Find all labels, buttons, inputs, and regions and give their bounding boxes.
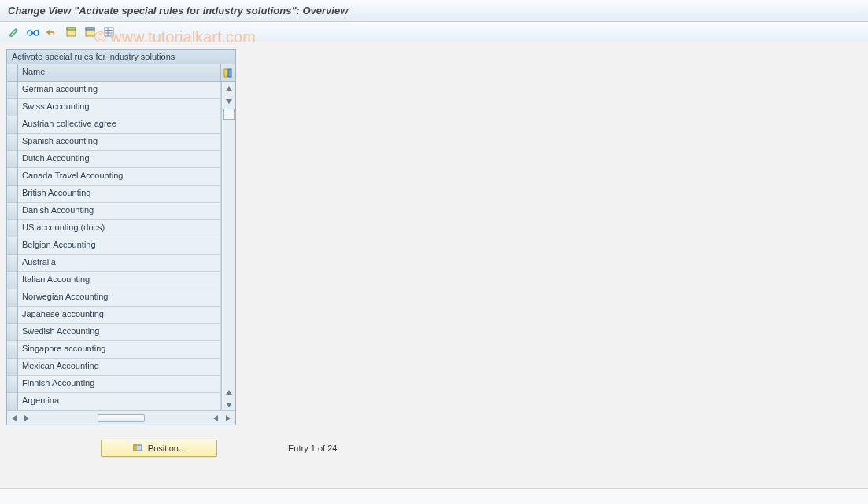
scroll-up-arrow-icon[interactable] <box>223 83 235 94</box>
row-selector[interactable] <box>7 134 18 151</box>
row-selector[interactable] <box>7 307 18 324</box>
table-row[interactable]: Belgian Accounting <box>7 237 221 255</box>
position-icon <box>132 443 143 454</box>
svg-rect-10 <box>224 69 227 77</box>
scroll-thumb-top[interactable] <box>223 109 235 120</box>
row-selector[interactable] <box>7 237 18 255</box>
cell-name[interactable]: Norwegian Accounting <box>18 289 221 307</box>
configure-columns-icon[interactable] <box>221 64 235 82</box>
application-toolbar <box>0 22 868 42</box>
scroll-down-arrow-bottom-icon[interactable] <box>223 399 235 410</box>
select-all-column-header[interactable] <box>7 64 18 82</box>
cell-name[interactable]: Japanese accounting <box>18 307 221 324</box>
page-title: Change View "Activate special rules for … <box>8 5 348 17</box>
footer-row: Position... Entry 1 of 24 <box>6 440 862 457</box>
row-selector[interactable] <box>7 82 18 99</box>
svg-rect-5 <box>86 28 94 30</box>
table-row[interactable]: Norwegian Accounting <box>7 289 221 307</box>
table-title: Activate special rules for industry solu… <box>7 50 235 64</box>
table-row[interactable]: German accounting <box>7 82 221 99</box>
cell-name[interactable]: Belgian Accounting <box>18 237 221 255</box>
row-selector[interactable] <box>7 255 18 272</box>
cell-name[interactable]: Singapore accounting <box>18 341 221 359</box>
cell-name[interactable]: Mexican Accounting <box>18 359 221 376</box>
row-selector[interactable] <box>7 393 18 410</box>
vertical-scrollbar[interactable] <box>221 82 235 410</box>
table-row[interactable]: Spanish accounting <box>7 134 221 151</box>
table-row[interactable]: Dutch Accounting <box>7 151 221 168</box>
table-row[interactable]: Japanese accounting <box>7 307 221 324</box>
cell-name[interactable]: Swedish Accounting <box>18 324 221 341</box>
row-selector[interactable] <box>7 289 18 307</box>
cell-name[interactable]: Swiss Accounting <box>18 99 221 116</box>
title-bar: Change View "Activate special rules for … <box>0 0 868 22</box>
table-container: Activate special rules for industry solu… <box>6 49 236 425</box>
hscroll-right-icon[interactable] <box>21 413 32 424</box>
table-row[interactable]: Argentina <box>7 393 221 410</box>
scroll-down-arrow-icon[interactable] <box>223 96 235 107</box>
row-selector[interactable] <box>7 324 18 341</box>
svg-rect-13 <box>134 445 136 451</box>
hscroll-right-end-icon[interactable] <box>223 413 234 424</box>
select-all-icon[interactable] <box>63 24 79 40</box>
table-row[interactable]: Austrian collective agree <box>7 116 221 134</box>
change-icon[interactable] <box>6 24 22 40</box>
table-row[interactable]: British Accounting <box>7 186 221 203</box>
row-selector[interactable] <box>7 341 18 359</box>
table-row[interactable]: Australia <box>7 255 221 272</box>
table-settings-icon[interactable] <box>101 24 116 40</box>
row-selector[interactable] <box>7 376 18 393</box>
horizontal-scrollbar[interactable] <box>7 410 235 425</box>
cell-name[interactable]: Canada Travel Accounting <box>18 168 221 186</box>
table-row[interactable]: Mexican Accounting <box>7 359 221 376</box>
position-button-label: Position... <box>148 443 186 453</box>
table-header-row: Name <box>7 64 235 82</box>
table-row[interactable]: Canada Travel Accounting <box>7 168 221 186</box>
table-row[interactable]: Singapore accounting <box>7 341 221 359</box>
table-row[interactable]: Swiss Accounting <box>7 99 221 116</box>
row-selector[interactable] <box>7 186 18 203</box>
row-selector[interactable] <box>7 359 18 376</box>
table-row[interactable]: Danish Accounting <box>7 203 221 220</box>
hscroll-left-icon[interactable] <box>9 413 20 424</box>
cell-name[interactable]: British Accounting <box>18 186 221 203</box>
table-row[interactable]: Finnish Accounting <box>7 376 221 393</box>
cell-name[interactable]: Dutch Accounting <box>18 151 221 168</box>
row-selector[interactable] <box>7 151 18 168</box>
cell-name[interactable]: Austrian collective agree <box>18 116 221 134</box>
cell-name[interactable]: Argentina <box>18 393 221 410</box>
row-selector[interactable] <box>7 220 18 237</box>
row-selector[interactable] <box>7 168 18 186</box>
cell-name[interactable]: Spanish accounting <box>18 134 221 151</box>
status-bar <box>0 488 868 504</box>
column-header-name[interactable]: Name <box>18 64 221 82</box>
row-selector[interactable] <box>7 99 18 116</box>
scroll-up-arrow-bottom-icon[interactable] <box>223 387 235 398</box>
table-row[interactable]: Swedish Accounting <box>7 324 221 341</box>
cell-name[interactable]: Italian Accounting <box>18 272 221 289</box>
table-row[interactable]: Italian Accounting <box>7 272 221 289</box>
table-body: German accountingSwiss AccountingAustria… <box>7 82 221 410</box>
hscroll-left-end-icon[interactable] <box>210 413 221 424</box>
entry-counter: Entry 1 of 24 <box>288 443 337 453</box>
cell-name[interactable]: German accounting <box>18 82 221 99</box>
cell-name[interactable]: US accounting (docs) <box>18 220 221 237</box>
main-area: © www.tutorialkart.com Activate special … <box>0 42 868 467</box>
deselect-all-icon[interactable] <box>82 24 98 40</box>
svg-rect-3 <box>67 28 76 30</box>
position-button[interactable]: Position... <box>101 440 217 457</box>
undo-icon[interactable] <box>44 24 60 40</box>
hscroll-thumb[interactable] <box>98 414 145 422</box>
cell-name[interactable]: Australia <box>18 255 221 272</box>
cell-name[interactable]: Finnish Accounting <box>18 376 221 393</box>
cell-name[interactable]: Danish Accounting <box>18 203 221 220</box>
row-selector[interactable] <box>7 203 18 220</box>
table-row[interactable]: US accounting (docs) <box>7 220 221 237</box>
glasses-icon[interactable] <box>25 24 41 40</box>
svg-rect-6 <box>105 28 113 36</box>
row-selector[interactable] <box>7 272 18 289</box>
svg-rect-11 <box>228 69 231 77</box>
row-selector[interactable] <box>7 116 18 134</box>
